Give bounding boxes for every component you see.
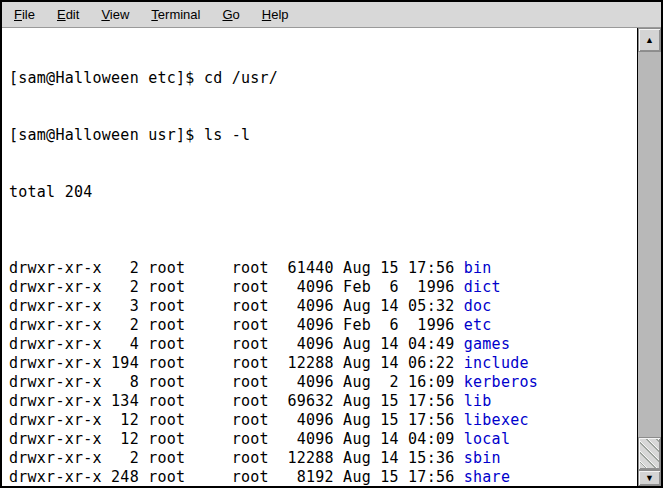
menu-bar: File Edit View Terminal Go Help [2,2,661,28]
file-attributes: drwxr-xr-x 194 root root 12288 Aug 14 06… [9,354,464,372]
file-attributes: drwxr-xr-x 2 root root 61440 Aug 15 17:5… [9,259,464,277]
file-name: kerberos [464,373,538,391]
scroll-up-arrow-icon: ▲ [645,36,654,45]
file-name: doc [464,297,492,315]
shell-prompt: [sam@Halloween usr]$ [9,126,204,144]
file-attributes: drwxr-xr-x 2 root root 12288 Aug 14 15:3… [9,449,464,467]
scrollbar-track[interactable] [638,52,661,470]
scroll-down-button[interactable]: ▼ [638,470,661,486]
menu-go[interactable]: Go [211,3,250,26]
shell-command: cd /usr/ [204,69,278,87]
file-attributes: drwxr-xr-x 3 root root 4096 Aug 14 05:32 [9,297,464,315]
file-row: drwxr-xr-x 194 root root 12288 Aug 14 06… [9,354,637,373]
menu-edit[interactable]: Edit [46,3,90,26]
file-name: sbin [464,449,501,467]
file-row: drwxr-xr-x 4 root root 4096 Aug 14 04:49… [9,335,637,354]
file-name: games [464,335,510,353]
file-attributes: drwxr-xr-x 248 root root 8192 Aug 15 17:… [9,468,464,486]
file-row: drwxr-xr-x 2 root root 12288 Aug 14 15:3… [9,449,637,468]
file-name: lib [464,392,492,410]
file-name: local [464,430,510,448]
shell-command: ls -l [204,126,250,144]
file-row: drwxr-xr-x 2 root root 4096 Feb 6 1996 d… [9,278,637,297]
file-row: drwxr-xr-x 3 root root 4096 Aug 14 05:32… [9,297,637,316]
scrollbar: ▲ ▼ [638,28,661,486]
terminal-output[interactable]: [sam@Halloween etc]$ cd /usr/ [sam@Hallo… [2,28,638,486]
file-attributes: drwxr-xr-x 12 root root 4096 Aug 15 17:5… [9,411,464,429]
terminal-line-total: total 204 [9,183,637,202]
file-name: libexec [464,411,529,429]
file-name: dict [464,278,501,296]
file-name: etc [464,316,492,334]
menu-view[interactable]: View [90,3,140,26]
file-row: drwxr-xr-x 248 root root 8192 Aug 15 17:… [9,468,637,486]
menu-file[interactable]: File [3,3,46,26]
file-row: drwxr-xr-x 134 root root 69632 Aug 15 17… [9,392,637,411]
scroll-down-arrow-icon: ▼ [645,474,654,483]
listing-container: drwxr-xr-x 2 root root 61440 Aug 15 17:5… [9,259,637,486]
file-attributes: drwxr-xr-x 2 root root 4096 Feb 6 1996 [9,316,464,334]
file-attributes: drwxr-xr-x 8 root root 4096 Aug 2 16:09 [9,373,464,391]
file-attributes: drwxr-xr-x 4 root root 4096 Aug 14 04:49 [9,335,464,353]
scroll-up-button[interactable]: ▲ [638,28,661,52]
menu-help[interactable]: Help [251,3,300,26]
file-row: drwxr-xr-x 8 root root 4096 Aug 2 16:09 … [9,373,637,392]
file-name: bin [464,259,492,277]
scrollbar-thumb[interactable] [638,437,661,470]
file-attributes: drwxr-xr-x 2 root root 4096 Feb 6 1996 [9,278,464,296]
menu-terminal[interactable]: Terminal [140,3,211,26]
file-attributes: drwxr-xr-x 134 root root 69632 Aug 15 17… [9,392,464,410]
terminal-window: File Edit View Terminal Go Help [sam@Hal… [0,0,663,488]
file-row: drwxr-xr-x 12 root root 4096 Aug 15 17:5… [9,411,637,430]
file-name: include [464,354,529,372]
file-row: drwxr-xr-x 2 root root 4096 Feb 6 1996 e… [9,316,637,335]
file-name: share [464,468,510,486]
terminal-line-command: [sam@Halloween etc]$ cd /usr/ [9,69,637,88]
file-attributes: drwxr-xr-x 12 root root 4096 Aug 14 04:0… [9,430,464,448]
file-row: drwxr-xr-x 2 root root 61440 Aug 15 17:5… [9,259,637,278]
shell-prompt: [sam@Halloween etc]$ [9,69,204,87]
file-row: drwxr-xr-x 12 root root 4096 Aug 14 04:0… [9,430,637,449]
terminal-line-command: [sam@Halloween usr]$ ls -l [9,126,637,145]
